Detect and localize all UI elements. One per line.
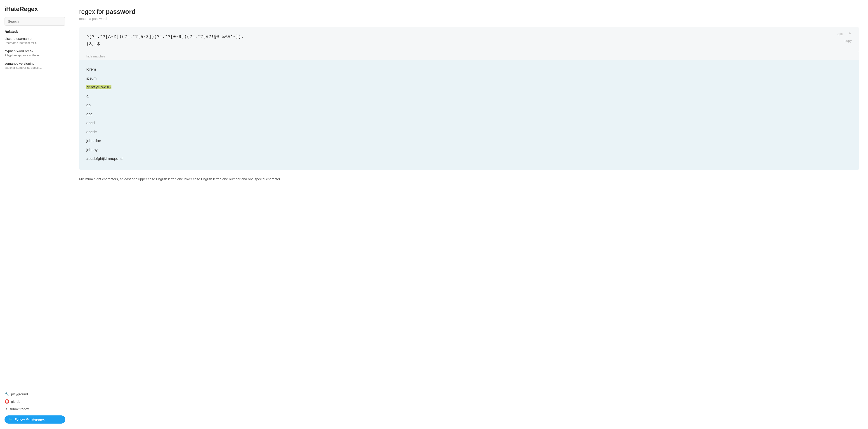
sidebar-bottom-links: 🔧 playground ⭕ github ✈ submit regex xyxy=(4,392,65,411)
related-label: Related: xyxy=(4,30,65,33)
main-content: regex for password match a password ^(?=… xyxy=(70,0,868,429)
related-item-title: semantic versioning xyxy=(4,62,65,65)
hide-matches-button[interactable]: hide matches xyxy=(79,52,859,60)
regex-text: ^(?=.*?[A-Z])(?=.*?[a-z])(?=.*?[0-9])(?=… xyxy=(86,33,852,48)
twitter-follow-button[interactable]: 🐦 Follow @ihateregex xyxy=(4,416,65,424)
sidebar: iHateRegex Related: discord username Use… xyxy=(0,0,70,429)
logo-bold: Regex xyxy=(20,5,38,12)
playground-link-label: playground xyxy=(11,392,28,396)
regex-box: ^(?=.*?[A-Z])(?=.*?[a-z])(?=.*?[0-9])(?=… xyxy=(79,27,859,52)
submit-regex-link-label: submit regex xyxy=(9,407,29,411)
match-line: john doe xyxy=(86,136,852,145)
related-item-desc: Username identifier for t... xyxy=(4,41,65,44)
regex-flags: gm xyxy=(837,31,843,36)
match-line: ipsum xyxy=(86,74,852,83)
twitter-icon: 🐦 xyxy=(8,418,13,422)
submit-regex-link[interactable]: ✈ submit regex xyxy=(4,407,65,411)
related-item-desc: Match a SemVer as specifi... xyxy=(4,66,65,69)
match-line: abcd xyxy=(86,119,852,127)
twitter-btn-label: Follow @ihateregex xyxy=(15,418,44,421)
playground-link[interactable]: 🔧 playground xyxy=(4,392,65,396)
submit-regex-link-icon: ✈ xyxy=(4,407,8,411)
copy-button[interactable]: copy xyxy=(844,39,852,42)
related-item[interactable]: semantic versioning Match a SemVer as sp… xyxy=(4,62,65,69)
match-line: gr3at@3wdsG xyxy=(86,83,852,92)
github-link-icon: ⭕ xyxy=(4,399,9,404)
match-line: abcde xyxy=(86,127,852,136)
related-item-desc: A hyphen appears at the e... xyxy=(4,54,65,57)
github-link[interactable]: ⭕ github xyxy=(4,399,65,404)
match-line: abcdefghijklmnopqrst xyxy=(86,154,852,163)
github-link-label: github xyxy=(11,400,20,403)
search-container xyxy=(4,17,65,26)
related-item-title: hyphen word break xyxy=(4,49,65,53)
copy-flag-button[interactable]: ⚑ xyxy=(848,31,852,36)
match-line: a xyxy=(86,92,852,101)
related-item[interactable]: discord username Username identifier for… xyxy=(4,37,65,44)
match-line: abc xyxy=(86,110,852,119)
regex-line-1: ^(?=.*?[A-Z])(?=.*?[a-z])(?=.*?[0-9])(?=… xyxy=(86,34,244,39)
match-line: johnny xyxy=(86,145,852,154)
description: Minimum eight characters, at least one u… xyxy=(79,176,859,182)
match-area: loremipsumgr3at@3wdsGaababcabcdabcdejohn… xyxy=(79,60,859,170)
match-line: ab xyxy=(86,101,852,110)
match-line: lorem xyxy=(86,65,852,74)
page-title: regex for password xyxy=(79,8,859,16)
logo-plain: iHate xyxy=(4,5,20,12)
title-plain: regex for xyxy=(79,8,106,15)
site-logo: iHateRegex xyxy=(4,5,65,13)
regex-line-2: {8,}$ xyxy=(86,41,100,47)
match-highlight: gr3at@3wdsG xyxy=(86,85,112,89)
playground-link-icon: 🔧 xyxy=(4,392,9,396)
title-bold: password xyxy=(106,8,135,15)
related-items-list: discord username Username identifier for… xyxy=(4,37,65,74)
page-subtitle: match a password xyxy=(79,17,859,21)
related-item[interactable]: hyphen word break A hyphen appears at th… xyxy=(4,49,65,57)
search-input[interactable] xyxy=(4,17,65,26)
related-item-title: discord username xyxy=(4,37,65,40)
